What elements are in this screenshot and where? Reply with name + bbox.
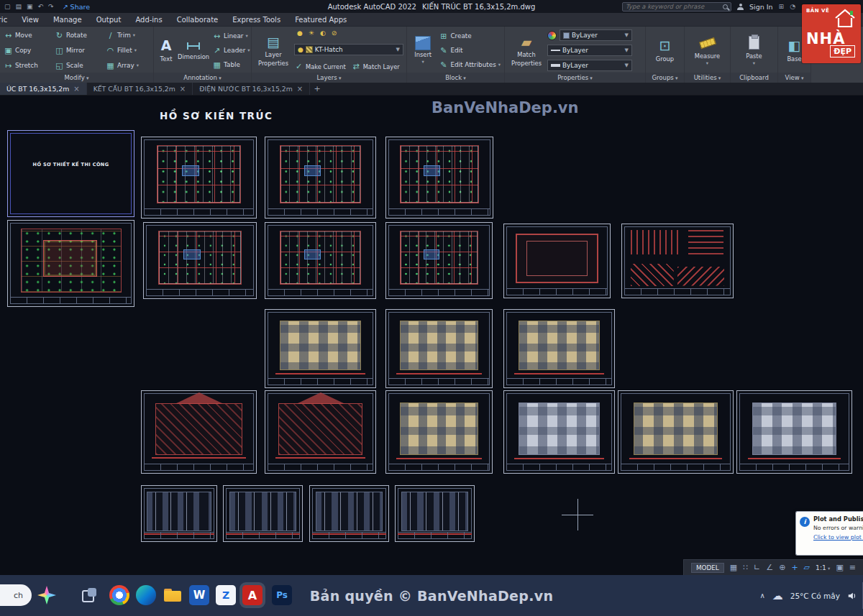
layer-isolate-icon[interactable]: ◐ — [320, 29, 326, 37]
file-explorer-icon[interactable] — [163, 585, 183, 605]
insert-button[interactable]: Insert — [410, 29, 436, 72]
search-highlights-icon[interactable] — [37, 586, 56, 604]
match-layer-button[interactable]: ⇄Match Layer — [352, 62, 400, 71]
volume-icon[interactable] — [847, 591, 857, 601]
save-icon[interactable]: ▣ — [27, 3, 33, 10]
edge-icon[interactable] — [136, 585, 156, 605]
sheet-elevation[interactable] — [736, 390, 852, 474]
customization-icon[interactable]: ≡ — [849, 564, 856, 571]
close-icon[interactable] — [73, 85, 79, 93]
scale-button[interactable]: ◱Scale — [54, 59, 103, 72]
doc-tab-kien-truc[interactable]: ÚC BT 16,3x15,2m — [0, 83, 87, 95]
sheet-roof-details[interactable] — [621, 224, 734, 298]
tab-express-tools[interactable]: Express Tools — [225, 13, 288, 27]
close-icon[interactable] — [180, 85, 186, 93]
isolate-objects-icon[interactable]: ▣ — [836, 564, 843, 571]
sheet-elevation[interactable] — [503, 309, 615, 388]
stretch-button[interactable]: ↦Stretch — [3, 59, 52, 72]
search-icon[interactable] — [723, 4, 728, 9]
mirror-button[interactable]: ◫Mirror — [54, 44, 103, 57]
sheet-door-details[interactable] — [223, 485, 303, 542]
edit-attributes-button[interactable]: ✎Edit Attributes — [438, 60, 501, 70]
tab-collaborate[interactable]: Collaborate — [170, 13, 226, 27]
doc-tab-dien-nuoc[interactable]: ĐIỆN NƯỚC BT 16,3x15,2m — [193, 83, 310, 95]
new-tab-button[interactable] — [310, 83, 324, 95]
chrome-icon[interactable] — [109, 585, 129, 605]
view-plot-link[interactable]: Click to view plot an... — [813, 534, 861, 541]
apps-icon[interactable]: ⊞ — [779, 3, 785, 10]
open-icon[interactable]: ▤ — [16, 3, 22, 10]
lineweight-icon[interactable]: ▱ — [804, 564, 810, 571]
sheet-floor-plan[interactable] — [265, 222, 376, 299]
share-button[interactable]: ↗ Share — [63, 3, 90, 11]
sheet-floor-plan[interactable] — [143, 222, 257, 299]
layer-properties-button[interactable]: ▤ Layer Properties — [255, 29, 292, 72]
undo-icon[interactable]: ↶ — [38, 3, 44, 10]
osnap-icon[interactable]: ⊕ — [779, 564, 785, 571]
bell-icon[interactable]: ◔ — [790, 3, 795, 10]
zalo-icon[interactable]: Z — [216, 585, 236, 605]
trim-button[interactable]: ∕Trim — [105, 29, 154, 42]
panel-label-properties[interactable]: Properties — [505, 73, 645, 83]
taskbar-search[interactable]: ch — [0, 584, 32, 606]
sheet-elevation[interactable] — [385, 309, 493, 388]
group-button[interactable]: ⊡ Group — [649, 29, 681, 72]
edit-block-button[interactable]: ✎Edit — [438, 46, 501, 55]
sheet-section[interactable] — [265, 390, 376, 474]
sheet-elevation[interactable] — [618, 390, 734, 474]
sheet-floor-plan[interactable] — [141, 137, 257, 219]
sign-in-button[interactable]: Sign In — [749, 3, 773, 11]
sheet-door-details[interactable] — [309, 485, 389, 542]
drawing-canvas[interactable]: HỒ SƠ KIẾN TRÚC BanVeNhaDep.vn HỒ SƠ THI… — [0, 96, 863, 575]
match-properties-button[interactable]: ▰ Match Properties — [508, 29, 545, 72]
sheet-elevation[interactable] — [265, 309, 376, 388]
autocad-icon[interactable]: A — [242, 585, 262, 605]
create-block-button[interactable]: ⊞Create — [438, 32, 501, 41]
panel-label-view[interactable]: View — [778, 73, 811, 83]
weather-text[interactable]: 25°C Có mây — [790, 592, 840, 600]
annotation-scale[interactable]: 1:1 — [816, 564, 830, 571]
panel-label-modify[interactable]: Modify — [0, 73, 153, 83]
tab-parametric[interactable]: Parametric — [0, 13, 14, 27]
panel-label-utilities[interactable]: Utilities — [685, 73, 730, 83]
photoshop-icon[interactable]: Ps — [272, 585, 292, 605]
sheet-roof-plan[interactable] — [503, 224, 611, 298]
leader-button[interactable]: ↗Leader — [211, 46, 250, 55]
sheet-floor-plan[interactable] — [385, 222, 493, 299]
panel-label-clipboard[interactable]: Clipboard — [731, 73, 777, 83]
lineweight-select[interactable]: ByLayer ▼ — [547, 60, 632, 71]
color-wheel-icon[interactable] — [547, 31, 557, 40]
object-color-select[interactable]: ByLayer ▼ — [560, 29, 632, 41]
sheet-door-details[interactable] — [395, 485, 475, 542]
close-icon[interactable] — [297, 85, 303, 93]
tab-view[interactable]: View — [14, 13, 46, 27]
panel-label-block[interactable]: Block — [407, 73, 504, 83]
ortho-icon[interactable]: ∟ — [754, 564, 760, 571]
paste-button[interactable]: Paste — [738, 29, 771, 72]
chevron-up-icon[interactable]: ∧ — [759, 592, 764, 599]
snap-icon[interactable]: ∷ — [743, 564, 748, 571]
tab-featured-apps[interactable]: Featured Apps — [288, 13, 354, 27]
tab-manage[interactable]: Manage — [46, 13, 89, 27]
help-search[interactable] — [622, 2, 731, 12]
linear-button[interactable]: ↔Linear — [211, 32, 250, 41]
measure-button[interactable]: Measure — [689, 29, 726, 72]
array-button[interactable]: ▦Array — [105, 59, 154, 72]
layer-thaw-icon[interactable]: ☀ — [309, 29, 314, 37]
layer-select[interactable]: ● KT-Hatch ▼ — [294, 44, 403, 55]
polar-tracking-icon[interactable]: ∠ — [766, 564, 773, 571]
grid-icon[interactable]: ▦ — [730, 564, 737, 571]
doc-tab-ket-cau[interactable]: KẾT CẤU BT 16,3x15,2m — [87, 83, 193, 95]
panel-label-annotation[interactable]: Annotation — [154, 73, 251, 83]
rotate-button[interactable]: ↻Rotate — [54, 29, 103, 42]
layer-lock-icon[interactable]: ⊘ — [332, 29, 337, 37]
search-input[interactable] — [626, 3, 723, 10]
make-current-button[interactable]: ✓Make Current — [294, 62, 346, 71]
new-icon[interactable]: ▢ — [4, 3, 11, 10]
panel-label-layers[interactable]: Layers — [252, 73, 406, 83]
sheet-section[interactable] — [141, 390, 257, 474]
dynamic-input-icon[interactable]: + — [791, 564, 798, 571]
sheet-floor-plan[interactable] — [385, 137, 493, 219]
tab-add-ins[interactable]: Add-ins — [128, 13, 169, 27]
move-button[interactable]: ↔Move — [3, 29, 52, 42]
